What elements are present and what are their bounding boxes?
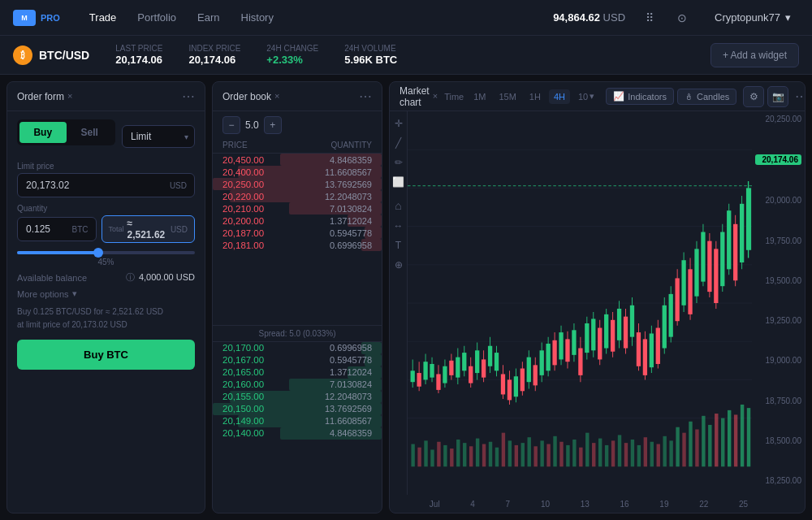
ob-bid-row[interactable]: 20,155.00 12.2048073 xyxy=(213,391,382,403)
candlestick-chart xyxy=(408,111,752,495)
ob-ask-row[interactable]: 20,220.00 12.2048073 xyxy=(213,190,382,202)
time-1h[interactable]: 1H xyxy=(525,89,546,104)
nav-item-trade[interactable]: Trade xyxy=(80,6,126,28)
buy-tab[interactable]: Buy xyxy=(19,122,67,143)
svg-rect-128 xyxy=(624,317,628,349)
svg-rect-120 xyxy=(598,328,602,360)
svg-rect-9 xyxy=(417,448,421,467)
time-1m[interactable]: 1M xyxy=(469,89,490,104)
ticker-pair[interactable]: ₿ BTC/USD xyxy=(13,46,89,65)
nav-item-earn[interactable]: Earn xyxy=(188,6,229,28)
candles-btn[interactable]: 🕯 Candles xyxy=(677,89,736,105)
nav-item-portfolio[interactable]: Portfolio xyxy=(127,6,186,28)
total-currency: USD xyxy=(171,225,188,234)
top-nav: M PRO Trade Portfolio Earn History 94,86… xyxy=(0,0,812,36)
svg-rect-94 xyxy=(514,376,518,396)
main-content: Order form × ⋯ Buy Sell Limit Market Sto… xyxy=(0,75,812,520)
svg-rect-130 xyxy=(630,306,634,337)
more-options-toggle[interactable]: More options ▾ xyxy=(17,288,195,299)
pen-icon[interactable]: ✏ xyxy=(395,157,403,168)
limit-price-input[interactable] xyxy=(17,173,195,197)
svg-rect-43 xyxy=(637,445,641,466)
shapes-icon[interactable]: ⬜ xyxy=(392,176,404,188)
ob-ask-row[interactable]: 20,250.00 13.7692569 xyxy=(213,178,382,190)
ob-ask-row[interactable]: 20,450.00 4.8468359 xyxy=(213,154,382,166)
home-icon[interactable]: ⌂ xyxy=(395,199,401,212)
ob-minus-btn[interactable]: − xyxy=(222,116,240,134)
ob-ask-row[interactable]: 20,187.00 0.5945778 xyxy=(213,227,382,239)
chart-screenshot-btn[interactable]: 📷 xyxy=(767,86,788,107)
total-value: ≈ 2,521.62 xyxy=(127,218,171,240)
total-label-inner: Total xyxy=(109,225,124,233)
chart-close[interactable]: × xyxy=(433,92,438,101)
buy-btc-button[interactable]: Buy BTC xyxy=(17,340,195,370)
svg-rect-76 xyxy=(456,358,460,378)
magnet-icon[interactable]: ⊕ xyxy=(395,259,403,271)
svg-rect-59 xyxy=(741,405,744,466)
market-chart-title: Market chart xyxy=(400,85,430,108)
svg-rect-108 xyxy=(559,332,563,359)
order-form-close[interactable]: × xyxy=(67,92,72,101)
ob-ask-row[interactable]: 20,210.00 7.0130824 xyxy=(213,202,382,214)
order-form-body: Buy Sell Limit Market Stop Limit price U… xyxy=(7,111,205,513)
slider-track xyxy=(17,251,195,254)
measure-icon[interactable]: ↔ xyxy=(394,220,404,232)
ob-depth-value: 5.0 xyxy=(245,119,259,131)
time-15m[interactable]: 15M xyxy=(494,89,520,104)
user-menu-btn[interactable]: Cryptopunk77 ▾ xyxy=(706,8,799,27)
trendline-icon[interactable]: ╱ xyxy=(395,137,401,149)
svg-rect-78 xyxy=(462,353,466,370)
nav-item-history[interactable]: History xyxy=(231,6,283,28)
time-label-10: 10 xyxy=(541,500,550,509)
time-label-7: 7 xyxy=(506,500,511,509)
text-icon[interactable]: T xyxy=(395,240,401,251)
time-label: Time xyxy=(444,92,464,102)
ob-ask-row[interactable]: 20,400.00 11.6608567 xyxy=(213,166,382,178)
svg-rect-20 xyxy=(489,442,492,467)
svg-rect-104 xyxy=(546,344,550,370)
ob-bid-row[interactable]: 20,149.00 11.6608567 xyxy=(213,415,382,427)
svg-rect-38 xyxy=(605,445,608,466)
chart-price-labels: 20,250.00 20,174.06 20,000.00 19,750.00 … xyxy=(752,111,805,488)
sell-tab[interactable]: Sell xyxy=(67,122,114,143)
ob-bid-row[interactable]: 20,167.00 0.5945778 xyxy=(213,354,382,366)
chart-settings-btn[interactable]: ⚙ xyxy=(743,86,764,107)
ob-ask-row[interactable]: 20,200.00 1.3712024 xyxy=(213,214,382,227)
svg-rect-39 xyxy=(611,440,615,466)
time-dropdown[interactable]: 10 ▾ xyxy=(573,89,599,104)
add-widget-btn[interactable]: + Add a widget xyxy=(710,43,799,67)
order-type-wrapper: Limit Market Stop xyxy=(122,125,195,148)
ob-plus-btn[interactable]: + xyxy=(264,116,282,134)
svg-rect-32 xyxy=(566,445,569,466)
svg-rect-148 xyxy=(688,269,692,314)
user-icon-btn[interactable]: ⊙ xyxy=(671,6,693,29)
price-label-3: 19,750.00 xyxy=(755,236,801,245)
order-book-close[interactable]: × xyxy=(274,92,279,101)
ob-bid-row[interactable]: 20,150.00 13.7692569 xyxy=(213,403,382,415)
slider-thumb[interactable] xyxy=(93,248,103,258)
quantity-label: Quantity xyxy=(17,204,195,213)
ob-bid-row[interactable]: 20,170.00 0.6996958 xyxy=(213,342,382,354)
crosshair-icon[interactable]: ✛ xyxy=(395,118,403,129)
ticker-24h-volume: 24H VOLUME 5.96K BTC xyxy=(344,44,397,66)
order-book-header: Order book × ⋯ xyxy=(213,82,382,111)
ob-bid-row[interactable]: 20,165.00 1.3712024 xyxy=(213,366,382,379)
indicators-btn[interactable]: 📈 Indicators xyxy=(606,88,674,105)
svg-rect-15 xyxy=(456,440,460,466)
ob-bid-row[interactable]: 20,140.00 4.8468359 xyxy=(213,427,382,440)
svg-rect-10 xyxy=(424,440,427,466)
grid-icon-btn[interactable]: ⠿ xyxy=(638,6,661,29)
svg-rect-122 xyxy=(604,314,608,349)
ob-bid-row[interactable]: 20,160.00 7.0130824 xyxy=(213,379,382,391)
order-type-select[interactable]: Limit Market Stop xyxy=(122,125,195,148)
time-4h[interactable]: 4H xyxy=(549,89,570,104)
ob-ask-row[interactable]: 20,181.00 0.6996958 xyxy=(213,239,382,251)
chart-more[interactable]: ⋯ xyxy=(795,90,806,103)
order-book-more[interactable]: ⋯ xyxy=(359,90,372,103)
svg-rect-52 xyxy=(695,429,698,466)
chart-header: Market chart × Time 1M 15M 1H 4H 10 ▾ 📈 … xyxy=(390,82,805,111)
svg-rect-114 xyxy=(578,349,582,375)
order-form-more[interactable]: ⋯ xyxy=(182,90,195,103)
svg-rect-64 xyxy=(417,373,421,387)
ob-price-col-header: PRICE xyxy=(222,141,330,150)
